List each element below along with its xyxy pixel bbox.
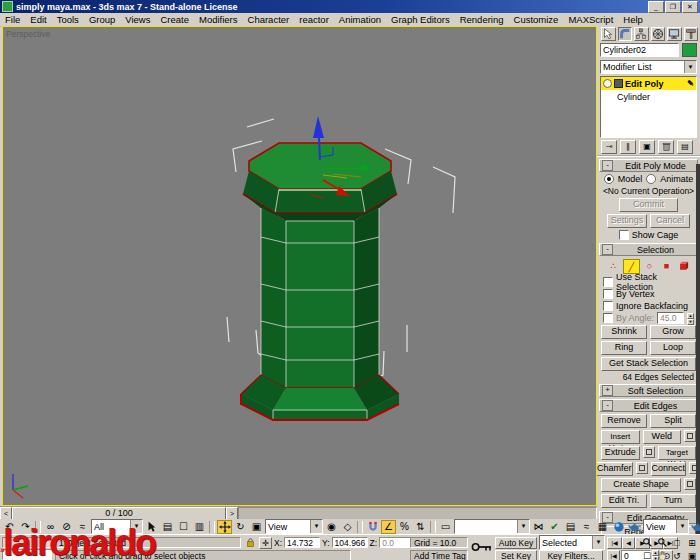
- menu-item-views[interactable]: Views: [120, 14, 155, 25]
- zoom-button[interactable]: [640, 537, 654, 549]
- make-unique-button[interactable]: ▣: [639, 140, 655, 154]
- select-by-name-button[interactable]: ▤: [160, 520, 175, 534]
- menu-item-group[interactable]: Group: [84, 14, 120, 25]
- render-type-dropdown[interactable]: View▾: [643, 519, 689, 534]
- remove-button[interactable]: Remove: [601, 414, 647, 428]
- use-pivot-center-button[interactable]: ◉: [324, 520, 339, 534]
- previous-frame-button[interactable]: ◀: [622, 537, 635, 549]
- render-scene-button[interactable]: [627, 520, 642, 534]
- zoom-extents-all-button[interactable]: ⊞: [685, 537, 699, 549]
- go-to-start-button[interactable]: |◀: [607, 537, 622, 549]
- rollout-selection[interactable]: - Selection: [599, 243, 698, 256]
- loop-button[interactable]: Loop: [650, 341, 696, 355]
- align-button[interactable]: ✔: [547, 520, 562, 534]
- region-zoom-button[interactable]: ☐: [640, 550, 654, 560]
- window-crossing-button[interactable]: ▥: [192, 520, 207, 534]
- by-angle-field[interactable]: 45.0: [657, 312, 684, 324]
- auto-key-button[interactable]: Auto Key: [495, 537, 537, 549]
- weld-button[interactable]: Weld: [643, 430, 682, 444]
- border-subobject-button[interactable]: ○: [642, 259, 657, 272]
- model-radio[interactable]: [604, 174, 614, 184]
- scene-cylinder-model[interactable]: [3, 27, 596, 505]
- collapse-icon[interactable]: -: [602, 244, 613, 255]
- angle-snap-button[interactable]: ∠: [381, 520, 396, 534]
- command-panel-scrollbar[interactable]: [696, 164, 700, 534]
- configure-modifier-sets-button[interactable]: ▤: [677, 140, 693, 154]
- ignore-backfacing-checkbox[interactable]: [603, 301, 613, 311]
- select-and-manipulate-button[interactable]: ◇: [340, 520, 355, 534]
- close-button[interactable]: ✕: [682, 1, 698, 13]
- extrude-settings-button[interactable]: [643, 446, 655, 458]
- perspective-viewport[interactable]: Perspective: [2, 26, 597, 506]
- settings-button[interactable]: Settings: [607, 214, 647, 228]
- key-filters-button[interactable]: Key Filters...: [539, 550, 603, 560]
- chamfer-settings-button[interactable]: [636, 462, 648, 474]
- collapse-icon[interactable]: -: [602, 400, 613, 411]
- snap-toggle-button[interactable]: [365, 520, 380, 534]
- named-selection-dropdown[interactable]: ▾: [454, 519, 530, 534]
- rollout-soft-selection[interactable]: + Soft Selection: [599, 384, 698, 397]
- set-keys-button[interactable]: [471, 541, 493, 553]
- rollout-edit-edges[interactable]: - Edit Edges: [599, 399, 698, 412]
- layer-manager-button[interactable]: ▤: [563, 520, 578, 534]
- menu-item-rendering[interactable]: Rendering: [455, 14, 509, 25]
- display-tab[interactable]: [667, 27, 682, 41]
- absolute-offset-toggle[interactable]: ✛: [259, 537, 272, 549]
- remove-modifier-button[interactable]: [658, 140, 674, 154]
- collapse-icon[interactable]: -: [602, 160, 613, 171]
- menu-item-edit[interactable]: Edit: [25, 14, 51, 25]
- split-button[interactable]: Split: [650, 414, 696, 428]
- motion-tab[interactable]: [651, 27, 666, 41]
- select-and-scale-button[interactable]: ▣: [249, 520, 264, 534]
- by-angle-spinner[interactable]: ▲▼: [687, 313, 694, 324]
- commit-button[interactable]: Commit: [619, 198, 678, 212]
- schematic-view-button[interactable]: ▦: [595, 520, 610, 534]
- add-time-tag[interactable]: Add Time Tag: [410, 550, 468, 560]
- object-name-field[interactable]: Cylinder02: [600, 43, 679, 57]
- mirror-button[interactable]: ⋈: [531, 520, 546, 534]
- pin-stack-button[interactable]: ⊸: [601, 140, 617, 154]
- animate-radio[interactable]: [646, 174, 656, 184]
- x-coordinate-field[interactable]: 14.732: [284, 537, 320, 548]
- by-angle-checkbox[interactable]: [603, 313, 613, 323]
- utilities-tab[interactable]: [684, 27, 699, 41]
- connect-button[interactable]: Connect: [651, 462, 687, 476]
- by-vertex-checkbox[interactable]: [603, 289, 613, 299]
- polygon-subobject-button[interactable]: ■: [659, 259, 674, 272]
- create-shape-settings-button[interactable]: [684, 478, 696, 490]
- create-shape-button[interactable]: Create Shape: [601, 478, 681, 492]
- selection-lock-button[interactable]: [243, 537, 257, 549]
- menu-item-reactor[interactable]: reactor: [294, 14, 334, 25]
- minimize-button[interactable]: _: [648, 1, 664, 13]
- min-max-toggle-button[interactable]: ▣: [685, 550, 699, 560]
- rollout-edit-poly-mode[interactable]: - Edit Poly Mode: [599, 159, 698, 172]
- reference-coordinate-dropdown[interactable]: View▾: [265, 519, 323, 534]
- hierarchy-tab[interactable]: [634, 27, 649, 41]
- viewport-label[interactable]: Perspective: [6, 29, 50, 39]
- vertex-subobject-button[interactable]: ∴: [606, 259, 621, 272]
- grow-button[interactable]: Grow: [650, 325, 696, 339]
- menu-item-tools[interactable]: Tools: [52, 14, 84, 25]
- menu-item-customize[interactable]: Customize: [509, 14, 564, 25]
- expand-icon[interactable]: +: [602, 385, 613, 396]
- stack-item-edit-poly[interactable]: Edit Poly ✎: [601, 77, 696, 90]
- object-color-swatch[interactable]: [682, 43, 697, 57]
- weld-settings-button[interactable]: [684, 430, 696, 442]
- menu-item-graph-editors[interactable]: Graph Editors: [386, 14, 455, 25]
- use-stack-selection-checkbox[interactable]: [603, 277, 613, 287]
- cancel-button[interactable]: Cancel: [650, 214, 690, 228]
- menu-item-maxscript[interactable]: MAXScript: [563, 14, 618, 25]
- show-end-result-button[interactable]: ∥: [620, 140, 636, 154]
- zoom-all-button[interactable]: [655, 537, 669, 549]
- set-key-button[interactable]: Set Key: [495, 550, 537, 560]
- y-coordinate-field[interactable]: 104.966: [332, 537, 368, 548]
- key-selection-dropdown[interactable]: Selected▾: [539, 535, 605, 550]
- element-subobject-button[interactable]: [676, 259, 691, 272]
- menu-item-modifiers[interactable]: Modifiers: [194, 14, 243, 25]
- modify-tab[interactable]: [618, 27, 633, 41]
- pan-button[interactable]: [655, 550, 669, 560]
- arc-rotate-button[interactable]: ↺: [670, 550, 684, 560]
- curve-editor-button[interactable]: ≈: [579, 520, 594, 534]
- spinner-snap-button[interactable]: ⇅: [413, 520, 428, 534]
- get-stack-selection-button[interactable]: Get Stack Selection: [601, 357, 696, 371]
